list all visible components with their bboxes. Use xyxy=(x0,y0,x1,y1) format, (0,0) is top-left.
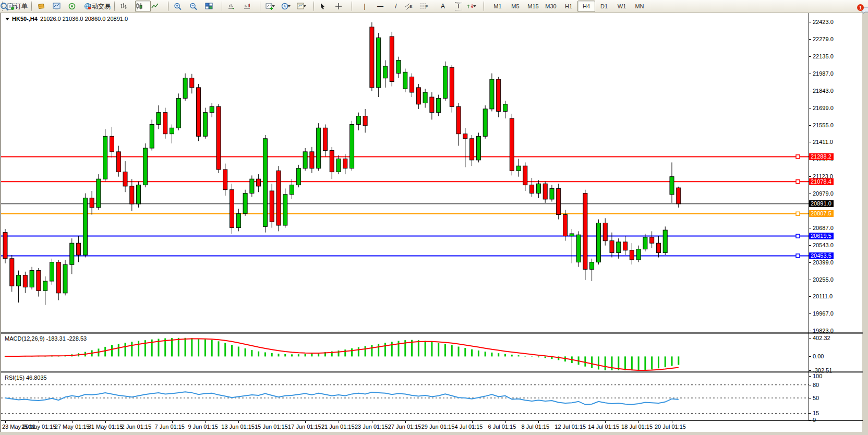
time-axis-label: 21 Jun 01:15 xyxy=(321,424,355,430)
price-axis-label: 21411.0 xyxy=(813,139,833,145)
timeframe-D1[interactable]: D1 xyxy=(595,1,613,12)
time-axis-tick xyxy=(505,421,506,423)
timeframe-M5[interactable]: M5 xyxy=(507,1,524,12)
bar-chart-icon xyxy=(120,3,128,10)
arrows-icon xyxy=(467,3,474,10)
time-axis-label: 31 May 01:15 xyxy=(88,424,123,430)
price-axis-label: 21699.0 xyxy=(813,105,834,111)
axis-tick-mark xyxy=(809,56,811,57)
time-axis-tick xyxy=(572,421,572,423)
candle-chart-mode-button[interactable] xyxy=(135,1,151,12)
cursor-icon xyxy=(319,3,326,10)
macd-axis-label: 402.32 xyxy=(813,335,830,341)
time-axis-label: 18 Jul 01:15 xyxy=(621,424,653,430)
add-indicator-icon xyxy=(266,3,274,10)
macd-canvas[interactable] xyxy=(1,334,809,371)
chart-shift-button[interactable] xyxy=(243,1,258,12)
time-axis-label: 12 Jul 01:15 xyxy=(554,424,586,430)
axis-tick-mark xyxy=(809,39,811,40)
timeframe-menu-button[interactable] xyxy=(281,1,296,12)
chart-window: HK50-,H4 21026.0 21036.0 20860.0 20891.0… xyxy=(0,13,862,432)
signal-icon xyxy=(68,3,76,10)
trendline-icon: / xyxy=(395,3,396,10)
axis-tick-mark xyxy=(809,338,811,339)
timeframe-W1[interactable]: W1 xyxy=(613,1,631,12)
auto-trading-button[interactable]: 自动交易 xyxy=(83,1,113,12)
time-axis-label: 9 Jun 01:15 xyxy=(188,424,218,430)
new-order-button[interactable]: 新订单 xyxy=(7,1,30,12)
axis-tick-mark xyxy=(809,108,811,108)
zoom-in-button[interactable] xyxy=(173,1,189,12)
arrows-tool-button[interactable] xyxy=(466,1,482,12)
cursor-tool-button[interactable] xyxy=(319,1,334,12)
time-axis-tick xyxy=(305,421,306,423)
horizontal-line-tool-button[interactable]: — xyxy=(372,1,388,12)
tile-windows-icon xyxy=(205,3,213,10)
channel-tool-button[interactable]: E xyxy=(404,1,419,12)
market-watch-button[interactable] xyxy=(52,1,68,12)
level-price-tag: 20619.5 xyxy=(809,233,834,239)
fibonacci-tool-button[interactable]: F xyxy=(419,1,435,12)
time-axis-tick xyxy=(5,421,6,423)
bar-chart-mode-button[interactable] xyxy=(119,1,135,12)
label-tool-button[interactable]: T xyxy=(451,1,466,12)
time-axis-tick xyxy=(638,421,639,423)
time-axis-tick xyxy=(472,421,473,423)
rsi-axis-label: 100 xyxy=(813,373,822,379)
vertical-line-tool-button[interactable]: | xyxy=(357,1,372,12)
auto-scroll-button[interactable] xyxy=(227,1,243,12)
text-tool-button[interactable]: A xyxy=(435,1,451,12)
timeframe-MN[interactable]: MN xyxy=(631,1,648,12)
toolbar-separator xyxy=(168,2,172,11)
toolbar-separator xyxy=(484,2,487,11)
timeframe-M30[interactable]: M30 xyxy=(542,1,560,12)
price-axis-label: 20111.0 xyxy=(813,293,833,299)
rsi-canvas[interactable] xyxy=(1,373,809,420)
time-axis-tick xyxy=(105,421,106,423)
price-chart-canvas[interactable] xyxy=(1,14,809,332)
trendline-tool-button[interactable]: / xyxy=(388,1,404,12)
toolbar-separator xyxy=(31,2,35,11)
timeframe-M1[interactable]: M1 xyxy=(489,1,507,12)
crosshair-tool-button[interactable] xyxy=(334,1,350,12)
timeframe-H1[interactable]: H1 xyxy=(560,1,577,12)
price-axis-label: 21843.0 xyxy=(813,88,834,94)
time-axis-tick xyxy=(372,421,372,423)
time-axis-tick xyxy=(605,421,606,423)
horizontal-line-icon: — xyxy=(377,3,383,10)
line-chart-mode-button[interactable] xyxy=(151,1,166,12)
auto-scroll-icon xyxy=(227,3,236,10)
timeframe-M15[interactable]: M15 xyxy=(524,1,542,12)
time-axis-tick xyxy=(139,421,139,423)
history-center-button[interactable] xyxy=(37,1,52,12)
time-axis-label: 15 Jun 01:15 xyxy=(255,424,288,430)
add-indicator-button[interactable] xyxy=(265,1,281,12)
macd-axis-label: 0.00 xyxy=(813,353,824,359)
time-axis-label: 23 Jun 01:15 xyxy=(355,424,388,430)
template-menu-button[interactable] xyxy=(296,1,312,12)
signals-button[interactable] xyxy=(68,1,83,12)
time-axis-tick xyxy=(339,421,339,423)
timeframe-H4[interactable]: H4 xyxy=(577,1,595,12)
gold-book-icon xyxy=(37,3,45,10)
time-axis-label: 29 Jun 01:15 xyxy=(421,424,455,430)
pane-separator[interactable] xyxy=(1,371,863,372)
axis-tick-mark xyxy=(809,74,811,74)
tile-windows-button[interactable] xyxy=(204,1,220,12)
time-axis[interactable]: 23 May 202225 May 01:1527 May 01:1531 Ma… xyxy=(1,421,809,432)
zoom-out-button[interactable] xyxy=(189,1,204,12)
rsi-axis-label: 15 xyxy=(813,410,819,416)
market-watch-icon xyxy=(53,3,61,10)
rsi-indicator-label: RSI(15) 46.8035 xyxy=(5,374,47,381)
label-tool-icon: T xyxy=(455,2,462,10)
chart-shift-icon xyxy=(243,3,251,10)
level-price-tag: 21288.2 xyxy=(809,153,834,160)
time-axis-label: 17 Jun 01:15 xyxy=(288,424,321,430)
search-icon[interactable] xyxy=(0,2,9,11)
pane-separator[interactable] xyxy=(1,332,863,333)
price-axis-label: 20687.0 xyxy=(813,225,834,231)
rsi-axis-label: 80 xyxy=(813,382,819,388)
axis-tick-mark xyxy=(809,413,811,414)
time-axis-label: 27 May 01:15 xyxy=(55,424,90,430)
price-axis-label: 22135.0 xyxy=(813,53,834,59)
